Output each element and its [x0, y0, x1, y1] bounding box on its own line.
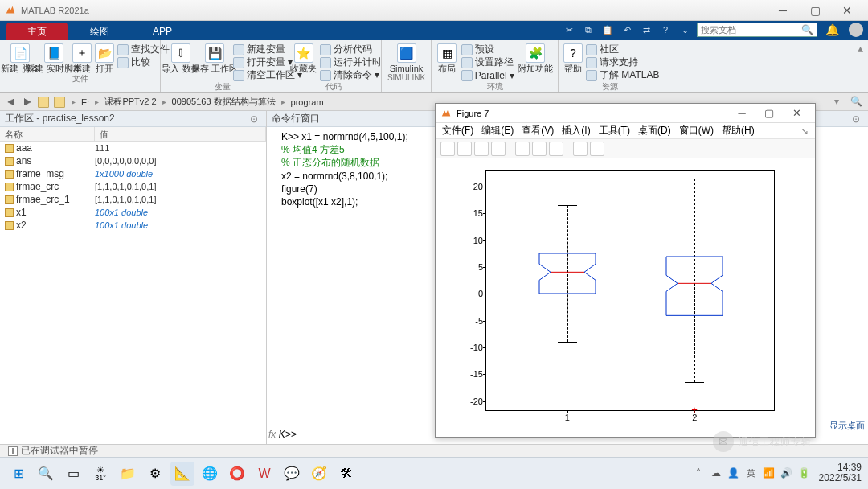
ws-col-value[interactable]: 值 — [95, 127, 266, 141]
figure-menu-insert[interactable]: 插入(I) — [562, 124, 590, 138]
qa-copy-icon[interactable]: ⧉ — [581, 23, 596, 37]
workspace-row[interactable]: ans[0,0,0,0,0,0,0,0] — [0, 154, 266, 167]
figure-menu-window[interactable]: 窗口(W) — [679, 124, 714, 138]
folder-up-icon[interactable] — [54, 97, 65, 108]
taskbar-chrome-icon[interactable]: ⭕ — [225, 462, 249, 486]
figure-titlebar[interactable]: Figure 7 ─ ▢ ✕ — [436, 104, 815, 123]
figure-maximize-button[interactable]: ▢ — [755, 107, 783, 119]
tray-chevron-icon[interactable]: ˄ — [692, 466, 705, 479]
user-avatar[interactable] — [849, 23, 863, 37]
set-path-button[interactable]: 设置路径 — [461, 56, 514, 68]
save-workspace-button[interactable]: 💾保存 工作区 — [199, 42, 230, 73]
debug-pause-icon[interactable]: ‖ — [8, 446, 18, 456]
qa-paste-icon[interactable]: 📋 — [600, 23, 615, 37]
request-support-button[interactable]: 请求支持 — [586, 56, 659, 68]
simulink-button[interactable]: 🟦Simulink — [387, 42, 426, 73]
show-desktop-label[interactable]: 显示桌面 — [829, 420, 865, 432]
figure-menu-tools[interactable]: 工具(T) — [599, 124, 630, 138]
workspace-row[interactable]: frmae_crc_1[1,1,0,1,0,1,0,1] — [0, 193, 266, 206]
start-button[interactable]: ⊞ — [6, 462, 31, 486]
tb-new-icon[interactable] — [440, 142, 455, 156]
qa-cut-icon[interactable]: ✂ — [562, 23, 576, 37]
help-button[interactable]: ?帮助 — [563, 42, 583, 73]
nav-forward-icon[interactable]: ⯈ — [21, 96, 34, 109]
run-timing-button[interactable]: 运行并计时 — [320, 56, 382, 68]
ribbon-collapse-icon[interactable]: ▴ — [858, 42, 863, 55]
tb-print-icon[interactable] — [491, 142, 506, 156]
taskbar-clock[interactable]: 14:392022/5/31 — [819, 462, 862, 483]
tb-pointer-icon[interactable] — [573, 142, 588, 156]
path-seg[interactable]: E: — [81, 97, 89, 107]
tb-link-icon[interactable] — [532, 142, 547, 156]
nav-back-icon[interactable]: ⯇ — [5, 96, 18, 109]
maximize-button[interactable]: ▢ — [799, 2, 831, 18]
tray-battery-icon[interactable]: 🔋 — [798, 466, 811, 479]
parallel-button[interactable]: Parallel ▾ — [461, 69, 514, 81]
path-seg[interactable]: 课程PPTv2 2 — [104, 96, 156, 108]
folder-search-icon[interactable]: 🔍 — [850, 96, 863, 109]
figure-close-button[interactable]: ✕ — [783, 107, 810, 119]
taskbar-matlab-icon[interactable]: 📐 — [170, 462, 194, 486]
addons-button[interactable]: 🧩附加功能 — [518, 42, 553, 73]
ws-col-name[interactable]: 名称 — [0, 127, 95, 141]
favorites-button[interactable]: ⭐收藏夹 — [290, 42, 317, 73]
folder-dropdown-icon[interactable]: ▾ — [834, 96, 847, 109]
new-button[interactable]: ＋新建 — [72, 42, 92, 73]
preferences-button[interactable]: 预设 — [461, 43, 514, 55]
figure-minimize-button[interactable]: ─ — [728, 107, 755, 119]
figure-window[interactable]: Figure 7 ─ ▢ ✕ 文件(F) 编辑(E) 查看(V) 插入(I) 工… — [435, 103, 816, 438]
command-window-menu-icon[interactable]: ⊙ — [852, 113, 863, 125]
taskbar-edge-icon[interactable]: 🌐 — [198, 462, 222, 486]
tray-people-icon[interactable]: 👤 — [727, 466, 740, 479]
learn-matlab-button[interactable]: 了解 MATLAB — [586, 69, 659, 81]
taskbar-safari-icon[interactable]: 🧭 — [307, 462, 331, 486]
figure-menu-file[interactable]: 文件(F) — [442, 124, 473, 138]
workspace-row[interactable]: x1100x1 double — [0, 206, 266, 219]
qa-undo-icon[interactable]: ↶ — [620, 23, 634, 37]
folder-icon[interactable] — [38, 97, 49, 108]
taskbar-wps-icon[interactable]: W — [252, 462, 276, 486]
layout-button[interactable]: ▦布局 — [436, 42, 458, 73]
tab-plot[interactable]: 绘图 — [69, 23, 130, 40]
workspace-menu-icon[interactable]: ⊙ — [250, 113, 261, 125]
clear-commands-button[interactable]: 清除命令 ▾ — [320, 69, 382, 81]
figure-menu-view[interactable]: 查看(V) — [522, 124, 554, 138]
workspace-row[interactable]: frame_msg1x1000 double — [0, 167, 266, 180]
doc-search-input[interactable] — [701, 25, 801, 35]
figure-menu-help[interactable]: 帮助(H) — [722, 124, 755, 138]
tab-app[interactable]: APP — [132, 23, 193, 40]
close-button[interactable]: ✕ — [831, 2, 863, 18]
qa-switch-icon[interactable]: ⇄ — [639, 23, 653, 37]
new-live-script-button[interactable]: 📘新建 实时脚本 — [39, 42, 69, 73]
open-button[interactable]: 📂打开 — [95, 42, 114, 73]
figure-menu-edit[interactable]: 编辑(E) — [481, 124, 514, 138]
taskbar-taskview-icon[interactable]: ▭ — [61, 462, 85, 486]
taskbar-explorer-icon[interactable]: 📁 — [116, 462, 140, 486]
community-button[interactable]: 社区 — [586, 43, 659, 55]
search-icon[interactable]: 🔍 — [801, 24, 813, 35]
figure-menu-more-icon[interactable]: ↘ — [800, 125, 809, 137]
notification-bell-icon[interactable]: 🔔 — [825, 23, 839, 36]
figure-menu-desktop[interactable]: 桌面(D) — [638, 124, 671, 138]
doc-search[interactable]: 🔍 — [697, 23, 817, 37]
qa-help-icon[interactable]: ? — [658, 23, 673, 37]
path-seg[interactable]: program — [291, 97, 324, 107]
tab-home[interactable]: 主页 — [6, 23, 68, 40]
tb-open-icon[interactable] — [457, 142, 472, 156]
analyze-code-button[interactable]: 分析代码 — [320, 43, 382, 55]
workspace-row[interactable]: x2100x1 double — [0, 219, 266, 232]
tray-cloud-icon[interactable]: ☁ — [710, 466, 723, 479]
taskbar-tool-icon[interactable]: 🛠 — [334, 462, 358, 486]
tray-volume-icon[interactable]: 🔊 — [780, 466, 793, 479]
tb-insert-icon[interactable] — [549, 142, 563, 156]
tray-ime[interactable]: 英 — [745, 466, 758, 479]
qa-more-icon[interactable]: ⌄ — [678, 23, 692, 37]
tb-edit-icon[interactable] — [515, 142, 530, 156]
minimize-button[interactable]: ─ — [767, 2, 799, 18]
taskbar-wechat-icon[interactable]: 💬 — [280, 462, 304, 486]
taskbar-search-icon[interactable]: 🔍 — [34, 462, 58, 486]
path-seg[interactable]: 00905163 数据结构与算法 — [172, 96, 276, 108]
tb-save-icon[interactable] — [474, 142, 489, 156]
taskbar-weather-icon[interactable]: ☀31° — [88, 462, 113, 486]
taskbar-settings-icon[interactable]: ⚙ — [143, 462, 167, 486]
